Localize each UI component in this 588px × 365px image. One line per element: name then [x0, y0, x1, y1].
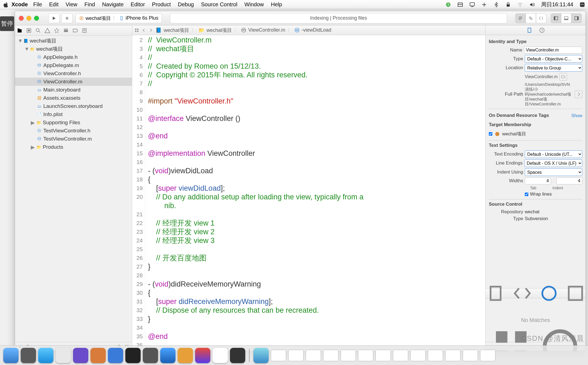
- show-link[interactable]: Show: [571, 113, 582, 118]
- tree-file-selected[interactable]: ⓜViewController.m: [15, 78, 132, 86]
- menu-debug[interactable]: Debug: [178, 1, 194, 8]
- dock-minimized[interactable]: [428, 350, 443, 361]
- toggle-inspector-button[interactable]: [571, 13, 582, 23]
- tree-group[interactable]: ▼📁wechat项目: [15, 45, 132, 53]
- clock[interactable]: 周日16:11:44: [541, 1, 573, 8]
- tab-width-field[interactable]: [525, 177, 551, 184]
- tree-supporting[interactable]: ▶📁Supporting Files: [15, 118, 132, 127]
- media-library-icon[interactable]: [565, 283, 586, 303]
- dock-app[interactable]: [230, 348, 245, 363]
- run-button[interactable]: [48, 13, 60, 23]
- source-editor[interactable]: 2345678910111213141516171819202122232425…: [132, 35, 485, 351]
- menu-window[interactable]: Window: [244, 1, 264, 8]
- dock-minimized[interactable]: [410, 350, 426, 361]
- minimize-button[interactable]: [26, 16, 31, 21]
- wrap-checkbox[interactable]: [525, 193, 528, 196]
- tree-file[interactable]: 🗂LaunchScreen.storyboard: [15, 102, 132, 110]
- dock-minimized[interactable]: [306, 350, 321, 361]
- menu-source-control[interactable]: Source Control: [201, 1, 237, 8]
- dock-terminal[interactable]: [125, 348, 141, 363]
- breakpoint-navigator-icon[interactable]: [72, 28, 78, 34]
- lineend-select[interactable]: Default - OS X / Unix (LF): [524, 159, 582, 167]
- volume-icon[interactable]: [529, 2, 535, 8]
- bluetooth-icon[interactable]: [493, 2, 499, 8]
- menu-edit[interactable]: Edit: [49, 1, 58, 8]
- dock-app[interactable]: [253, 348, 269, 363]
- dock-app[interactable]: [73, 348, 88, 363]
- dock-minimized[interactable]: [288, 350, 304, 361]
- dock-minimized[interactable]: [358, 350, 373, 361]
- object-library-icon[interactable]: [539, 283, 559, 303]
- toggle-navigator-button[interactable]: [551, 13, 561, 23]
- debug-navigator-icon[interactable]: [63, 28, 69, 34]
- plus-icon[interactable]: [481, 2, 487, 8]
- tree-file[interactable]: ⓜAppDelegate.m: [15, 61, 132, 69]
- dock-minimized[interactable]: [480, 350, 495, 361]
- file-inspector-icon[interactable]: [526, 27, 532, 33]
- dock-app[interactable]: [56, 348, 71, 363]
- type-select[interactable]: Default - Objective-C...: [525, 55, 582, 63]
- dock-minimized[interactable]: [463, 350, 478, 361]
- source-text[interactable]: // ViewController.m// wechat项目//// Creat…: [145, 35, 485, 351]
- dock-sketch[interactable]: [178, 348, 193, 363]
- indent-width-field[interactable]: [556, 177, 583, 184]
- lock-icon[interactable]: [505, 2, 511, 8]
- dock-app[interactable]: [108, 348, 123, 363]
- indent-select[interactable]: Spaces: [525, 168, 582, 176]
- time-machine-icon[interactable]: [445, 2, 451, 8]
- dock-settings[interactable]: [143, 348, 158, 363]
- tree-products[interactable]: ▶📁Products: [15, 143, 132, 151]
- name-field[interactable]: [524, 47, 582, 54]
- dock-app[interactable]: [213, 348, 228, 363]
- tree-file[interactable]: 🗂Main.storyboard: [15, 86, 132, 94]
- dock-safari[interactable]: [38, 348, 53, 363]
- dock-minimized[interactable]: [323, 350, 338, 361]
- menu-find[interactable]: Find: [84, 1, 95, 8]
- dock-minimized[interactable]: [341, 350, 356, 361]
- menu-file[interactable]: File: [33, 1, 42, 8]
- toggle-debug-button[interactable]: [561, 13, 571, 23]
- standard-editor-button[interactable]: [515, 13, 526, 23]
- code-snippet-icon[interactable]: [512, 283, 532, 303]
- dock-app[interactable]: [90, 348, 106, 363]
- dock-launchpad[interactable]: [21, 348, 36, 363]
- siri-icon[interactable]: [579, 2, 585, 8]
- tree-file[interactable]: ⓗAppDelegate.h: [15, 53, 132, 61]
- menu-navigate[interactable]: Navigate: [102, 1, 124, 8]
- app-name[interactable]: Xcode: [11, 1, 28, 8]
- search-navigator-icon[interactable]: [35, 28, 41, 34]
- target-checkbox[interactable]: [489, 132, 492, 136]
- wifi-icon[interactable]: [517, 2, 523, 8]
- menu-help[interactable]: Help: [271, 1, 282, 8]
- scheme-selector[interactable]: wechat项目 〉 iPhone 6s Plus: [75, 13, 162, 23]
- tree-file[interactable]: 📄Info.plist: [15, 110, 132, 118]
- forward-icon[interactable]: [148, 28, 153, 33]
- tree-file[interactable]: ⓗTestViewController.h: [15, 127, 132, 135]
- close-button[interactable]: [19, 16, 24, 21]
- zoom-button[interactable]: [34, 16, 39, 21]
- file-template-icon[interactable]: [486, 283, 506, 303]
- stop-button[interactable]: [61, 13, 73, 23]
- dock-minimized[interactable]: [445, 350, 460, 361]
- jump-bar[interactable]: 📘wechat项目〉 📁wechat项目〉 ⓜViewController.m〉…: [132, 25, 485, 35]
- location-select[interactable]: Relative to Group: [525, 64, 582, 72]
- symbol-navigator-icon[interactable]: [26, 28, 32, 34]
- dock-minimized[interactable]: [375, 350, 391, 361]
- tree-file[interactable]: 🖼Assets.xcassets: [15, 94, 132, 102]
- project-navigator-icon[interactable]: [17, 28, 23, 34]
- project-tree[interactable]: ▼📘wechat项目 ▼📁wechat项目 ⓗAppDelegate.h ⓜAp…: [15, 36, 132, 342]
- dock-app[interactable]: [195, 348, 210, 363]
- dock-minimized[interactable]: [271, 350, 286, 361]
- dock-minimized[interactable]: [393, 350, 408, 361]
- back-icon[interactable]: [141, 28, 146, 33]
- tree-file[interactable]: ⓗViewController.h: [15, 69, 132, 78]
- pause-overlay[interactable]: 暂停: [0, 16, 14, 31]
- report-navigator-icon[interactable]: [81, 28, 87, 34]
- issue-navigator-icon[interactable]: [44, 28, 50, 34]
- assistant-editor-button[interactable]: [526, 13, 536, 23]
- layout-icon[interactable]: [457, 2, 463, 8]
- tree-project-root[interactable]: ▼📘wechat项目: [15, 37, 132, 45]
- related-items-icon[interactable]: [134, 28, 139, 33]
- menu-product[interactable]: Product: [152, 1, 171, 8]
- encoding-select[interactable]: Default - Unicode (UT...: [525, 150, 582, 158]
